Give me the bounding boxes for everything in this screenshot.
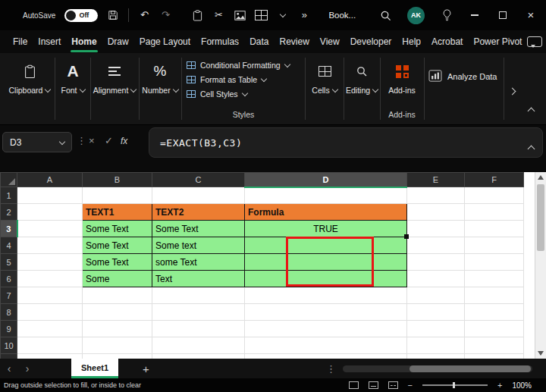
previous-sheet-button[interactable]: ‹ bbox=[0, 362, 18, 375]
cell[interactable] bbox=[83, 337, 152, 354]
cell[interactable] bbox=[17, 187, 83, 204]
row-header-9[interactable]: 9 bbox=[1, 321, 17, 337]
redo-icon[interactable]: ↷ bbox=[159, 8, 171, 22]
fill-handle[interactable] bbox=[404, 234, 409, 239]
format-as-table-button[interactable]: Format as Table bbox=[187, 74, 302, 85]
row-header-3[interactable]: 3 bbox=[1, 221, 17, 237]
row-header-1[interactable]: 1 bbox=[1, 187, 17, 204]
cell[interactable] bbox=[17, 337, 83, 354]
tab-acrobat[interactable]: Acrobat bbox=[426, 30, 468, 53]
cell-D2[interactable]: Formula bbox=[245, 204, 407, 221]
cell[interactable] bbox=[17, 287, 83, 304]
cell-B5[interactable]: Some Text bbox=[83, 254, 152, 271]
ribbon-more-button[interactable] bbox=[510, 83, 515, 97]
close-button[interactable]: × bbox=[525, 8, 537, 22]
scroll-up-icon[interactable] bbox=[538, 175, 544, 180]
cell[interactable] bbox=[407, 254, 465, 271]
enter-entry-icon[interactable]: ✓ bbox=[105, 135, 113, 146]
cell[interactable] bbox=[465, 254, 524, 271]
undo-icon[interactable]: ↶ bbox=[138, 8, 150, 22]
cell-C6[interactable]: Text bbox=[152, 271, 245, 287]
page-layout-view-icon[interactable] bbox=[369, 381, 378, 389]
lightbulb-icon[interactable] bbox=[441, 8, 453, 22]
tab-review[interactable]: Review bbox=[274, 30, 314, 53]
tab-home[interactable]: Home bbox=[66, 30, 102, 53]
alignment-group-button[interactable]: Alignment bbox=[93, 62, 136, 95]
tab-help[interactable]: Help bbox=[397, 30, 426, 53]
cell[interactable] bbox=[465, 237, 524, 254]
cell-B2[interactable]: TEXT1 bbox=[83, 204, 152, 221]
comments-icon[interactable] bbox=[527, 36, 542, 47]
row-header-2[interactable]: 2 bbox=[1, 204, 17, 221]
autosave-toggle[interactable]: Off bbox=[64, 9, 98, 22]
picture-icon[interactable] bbox=[234, 8, 246, 22]
expand-formula-bar-icon[interactable] bbox=[529, 141, 534, 155]
cell[interactable] bbox=[407, 304, 465, 321]
copy-icon[interactable] bbox=[191, 8, 203, 22]
cell[interactable] bbox=[465, 337, 524, 354]
row-header-4[interactable]: 4 bbox=[1, 237, 17, 254]
search-icon[interactable] bbox=[379, 8, 391, 22]
cell[interactable] bbox=[245, 337, 407, 354]
row-header-7[interactable]: 7 bbox=[1, 287, 17, 304]
cell[interactable] bbox=[152, 304, 245, 321]
cell-B3[interactable]: Some Text bbox=[83, 221, 152, 237]
font-group-button[interactable]: A Font bbox=[58, 62, 88, 95]
cell-D6[interactable] bbox=[245, 271, 407, 287]
horizontal-scrollbar-thumb[interactable] bbox=[410, 365, 531, 372]
cell[interactable] bbox=[245, 304, 407, 321]
drag-handle-icon[interactable]: ⋮ bbox=[77, 135, 86, 146]
cell[interactable] bbox=[17, 221, 83, 237]
clipboard-group-button[interactable]: Clipboard bbox=[8, 62, 52, 95]
save-icon[interactable] bbox=[107, 8, 119, 22]
cell[interactable] bbox=[407, 321, 465, 337]
cells-group-button[interactable]: Cells bbox=[307, 62, 342, 95]
tab-file[interactable]: File bbox=[8, 30, 33, 53]
cell[interactable] bbox=[407, 287, 465, 304]
row-header-10[interactable]: 10 bbox=[1, 337, 17, 354]
row-header-8[interactable]: 8 bbox=[1, 304, 17, 321]
cell-D4[interactable] bbox=[245, 237, 407, 254]
normal-view-icon[interactable] bbox=[349, 381, 359, 389]
analyze-data-button[interactable]: Analyze Data bbox=[428, 70, 497, 83]
table-icon[interactable] bbox=[255, 8, 268, 22]
cell[interactable] bbox=[83, 304, 152, 321]
cell[interactable] bbox=[17, 204, 83, 221]
cell[interactable] bbox=[152, 187, 245, 204]
tab-draw[interactable]: Draw bbox=[102, 30, 134, 53]
cell[interactable] bbox=[407, 204, 465, 221]
column-header-E[interactable]: E bbox=[407, 173, 465, 187]
next-sheet-button[interactable]: › bbox=[18, 362, 36, 375]
tab-view[interactable]: View bbox=[315, 30, 345, 53]
name-box[interactable]: D3 bbox=[2, 132, 72, 152]
cell[interactable] bbox=[83, 187, 152, 204]
zoom-slider[interactable] bbox=[422, 384, 488, 386]
cell[interactable] bbox=[465, 287, 524, 304]
cell-C2[interactable]: TEXT2 bbox=[152, 204, 245, 221]
avatar[interactable]: AK bbox=[407, 7, 425, 24]
zoom-in-button[interactable]: + bbox=[497, 381, 502, 390]
cell[interactable] bbox=[465, 204, 524, 221]
select-all-corner[interactable] bbox=[1, 173, 17, 187]
cell[interactable] bbox=[407, 221, 465, 237]
tab-insert[interactable]: Insert bbox=[33, 30, 66, 53]
row-header-5[interactable]: 5 bbox=[1, 254, 17, 271]
tab-formulas[interactable]: Formulas bbox=[196, 30, 244, 53]
column-header-A[interactable]: A bbox=[17, 173, 83, 187]
cell-D5[interactable] bbox=[245, 254, 407, 271]
tab-page-layout[interactable]: Page Layout bbox=[134, 30, 196, 53]
chevron-down-icon[interactable] bbox=[277, 8, 289, 22]
more-commands-icon[interactable]: » bbox=[298, 8, 310, 22]
column-header-C[interactable]: C bbox=[152, 173, 245, 187]
cell-C4[interactable]: Some text bbox=[152, 237, 245, 254]
cell-styles-button[interactable]: Cell Styles bbox=[187, 88, 302, 99]
zoom-out-button[interactable]: − bbox=[408, 381, 413, 390]
cell[interactable] bbox=[152, 287, 245, 304]
minimize-button[interactable] bbox=[469, 8, 481, 22]
add-sheet-button[interactable]: + bbox=[143, 362, 149, 375]
page-break-view-icon[interactable] bbox=[388, 381, 398, 389]
cell[interactable] bbox=[152, 321, 245, 337]
cell[interactable] bbox=[245, 287, 407, 304]
sheet-tab-sheet1[interactable]: Sheet1 bbox=[71, 359, 118, 378]
active-cell-D3[interactable]: TRUE bbox=[245, 221, 407, 237]
